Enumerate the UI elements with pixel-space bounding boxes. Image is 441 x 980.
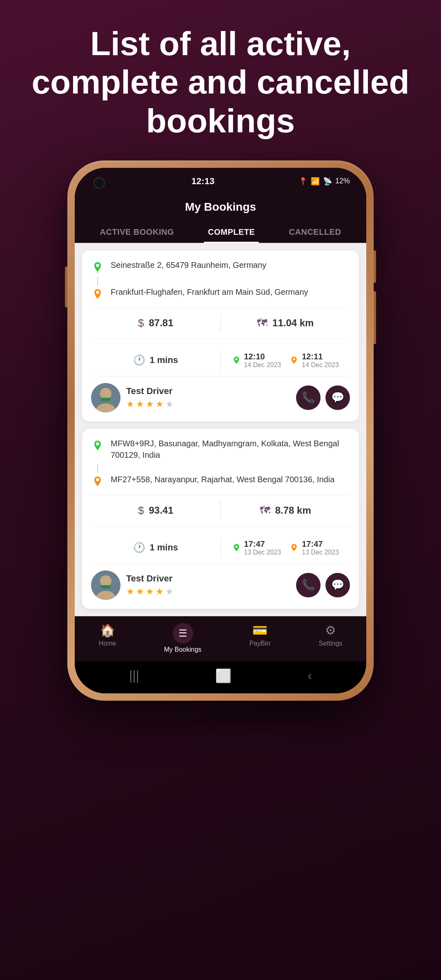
pickup-address-2: MFW8+9RJ, Basunagar, Madhyamgram, Kolkat… [111,438,350,461]
settings-icon: ⚙ [325,623,336,637]
bookings-icon: ☰ [173,623,193,644]
duration-value-1: 1 mins [149,355,178,365]
nav-settings[interactable]: ⚙ Settings [318,623,342,653]
map-icon-2: 🗺 [260,504,270,517]
call-button-2[interactable]: 📞 [296,573,321,597]
price-cell: $ 87.81 [91,314,220,333]
phone-screen: 12:13 📍 📶 📡 12% My Bookings ACTIVE BOOKI… [75,168,366,693]
pickup-time-values: 12:10 14 Dec 2023 [244,352,281,369]
time-row-2: 🕐 1 mins 17:47 [91,532,350,564]
status-icons: 📍 📶 📡 12% [298,177,350,186]
tab-cancelled[interactable]: CANCELLED [285,222,345,243]
star2-4: ★ [156,586,164,597]
price-cell-2: $ 93.41 [91,501,220,520]
back-gesture[interactable]: ‹ [307,668,312,683]
dropoff-time-block-2: 17:47 13 Dec 2023 [290,539,339,556]
bookings-list: Seinestraße 2, 65479 Raunheim, Germany F… [75,243,366,616]
pickup-time-block: 12:10 14 Dec 2023 [232,352,281,369]
pickup-time-1: 12:10 [244,352,281,361]
driver-section-1: Test Driver ★ ★ ★ ★ ★ [91,383,350,412]
svg-point-4 [235,358,238,361]
pickup-location-row-2: MFW8+9RJ, Basunagar, Madhyamgram, Kolkat… [91,438,350,461]
star-5: ★ [165,399,174,410]
svg-point-11 [96,478,99,481]
dropoff-address-2: MF27+558, Narayanpur, Rajarhat, West Ben… [111,474,334,485]
signal-icon: 📡 [323,177,332,186]
nav-paybirr-label: PayBirr [249,640,271,647]
dropoff-address-1: Frankfurt-Flughafen, Frankfurt am Main S… [111,286,308,298]
volume-up-button [65,267,67,307]
time-row-1: 🕐 1 mins 12:10 [91,345,350,376]
dropoff-pin-icon [91,287,104,300]
duration-cell-2: 🕐 1 mins [91,538,220,558]
distance-value-2: 8.78 km [275,505,311,516]
dollar-icon: $ [138,317,144,330]
driver-actions-2: 📞 💬 [296,573,350,597]
home-gesture[interactable]: ⬜ [215,668,232,684]
nav-paybirr[interactable]: 💳 PayBirr [249,623,271,653]
times-cell-2: 17:47 13 Dec 2023 17:47 [221,538,350,558]
star2-3: ★ [146,586,154,597]
dropoff-time-values: 12:11 14 Dec 2023 [302,352,339,369]
driver-info-2: Test Driver ★ ★ ★ ★ ★ [91,570,174,600]
paybirr-icon: 💳 [252,623,267,637]
pickup-address-1: Seinestraße 2, 65479 Raunheim, Germany [111,259,266,271]
location-section-1: Seinestraße 2, 65479 Raunheim, Germany F… [91,259,350,300]
power-button [374,250,376,283]
price-value-2: 93.41 [149,505,173,516]
dropoff-time-2: 17:47 [302,539,339,549]
svg-point-2 [96,264,99,267]
star-3: ★ [146,399,154,410]
nav-bookings[interactable]: ☰ My Bookings [164,623,202,653]
pickup-location-row: Seinestraße 2, 65479 Raunheim, Germany [91,259,350,273]
svg-point-12 [235,546,238,548]
message-button-1[interactable]: 💬 [325,385,350,410]
duration-value-2: 1 mins [149,542,178,553]
dropoff-pin-icon-2 [91,474,104,488]
phone-shell: 12:13 📍 📶 📡 12% My Bookings ACTIVE BOOKI… [67,160,374,701]
route-connector [97,277,98,285]
tab-complete[interactable]: COMPLETE [204,222,259,243]
page-title: My Bookings [75,200,366,222]
svg-point-10 [96,442,99,445]
distance-cell-2: 🗺 8.78 km [221,501,350,520]
nav-home[interactable]: 🏠 Home [99,623,116,653]
tab-active-booking[interactable]: ACTIVE BOOKING [96,222,178,243]
home-icon: 🏠 [100,623,115,637]
driver-name-2: Test Driver [126,573,174,584]
gesture-bar: ||| ⬜ ‹ [75,662,366,693]
tab-bar: ACTIVE BOOKING COMPLETE CANCELLED [75,222,366,243]
hero-text: List of all active, complete and cancell… [0,0,441,160]
distance-cell: 🗺 11.04 km [221,314,350,333]
driver-actions-1: 📞 💬 [296,385,350,410]
status-time: 12:13 [192,176,214,187]
nav-bookings-label: My Bookings [164,646,202,653]
pickup-pin-icon-2 [91,439,104,452]
distance-value-1: 11.04 km [272,317,314,329]
driver-section-2: Test Driver ★ ★ ★ ★ ★ [91,570,350,600]
pickup-date-1: 14 Dec 2023 [244,361,281,369]
driver-name-1: Test Driver [126,386,174,396]
nav-settings-label: Settings [318,640,342,647]
driver-details-1: Test Driver ★ ★ ★ ★ ★ [126,386,174,410]
stats-grid-2: $ 93.41 🗺 8.78 km [91,495,350,526]
svg-rect-9 [101,398,111,401]
dropoff-date-2: 13 Dec 2023 [302,549,339,556]
call-button-1[interactable]: 📞 [296,385,321,410]
message-button-2[interactable]: 💬 [325,573,350,597]
volume-button [374,291,376,344]
clock-icon: 🕐 [133,354,145,366]
recent-apps-gesture[interactable]: ||| [129,668,139,683]
booking-card-1: Seinestraße 2, 65479 Raunheim, Germany F… [82,250,359,421]
dropoff-location-row-2: MF27+558, Narayanpur, Rajarhat, West Ben… [91,474,350,488]
svg-point-7 [100,388,111,399]
price-value-1: 87.81 [149,317,173,329]
pickup-time-2: 17:47 [244,539,281,549]
times-cell: 12:10 14 Dec 2023 12:11 [221,350,350,370]
star-1: ★ [126,399,134,410]
dollar-icon-2: $ [138,504,144,517]
star-4: ★ [156,399,164,410]
driver-stars-2: ★ ★ ★ ★ ★ [126,586,174,597]
dropoff-time-block: 12:11 14 Dec 2023 [290,352,339,369]
pickup-time-values-2: 17:47 13 Dec 2023 [244,539,281,556]
